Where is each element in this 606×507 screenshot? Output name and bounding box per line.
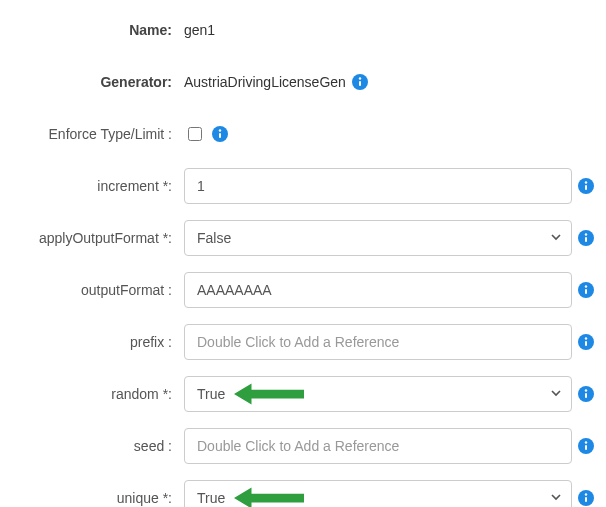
label-generator: Generator:	[12, 74, 184, 90]
label-random: random *:	[12, 386, 184, 402]
label-increment: increment *:	[12, 178, 184, 194]
info-icon[interactable]	[578, 178, 594, 194]
row-generator: Generator: AustriaDrivingLicenseGen	[12, 64, 594, 100]
info-icon[interactable]	[578, 334, 594, 350]
label-name: Name:	[12, 22, 184, 38]
row-prefix: prefix :	[12, 324, 594, 360]
label-prefix: prefix :	[12, 334, 184, 350]
label-enforce: Enforce Type/Limit :	[12, 126, 184, 142]
info-icon[interactable]	[578, 438, 594, 454]
info-icon[interactable]	[578, 282, 594, 298]
unique-select[interactable]: True	[184, 480, 572, 507]
info-icon[interactable]	[212, 126, 228, 142]
row-name: Name: gen1	[12, 12, 594, 48]
label-output-format: outputFormat :	[12, 282, 184, 298]
row-seed: seed :	[12, 428, 594, 464]
enforce-checkbox[interactable]	[188, 127, 202, 141]
row-output-format: outputFormat :	[12, 272, 594, 308]
seed-input[interactable]	[184, 428, 572, 464]
label-seed: seed :	[12, 438, 184, 454]
value-generator: AustriaDrivingLicenseGen	[184, 74, 346, 90]
info-icon[interactable]	[352, 74, 368, 90]
random-select[interactable]: True	[184, 376, 572, 412]
label-apply-output-format: applyOutputFormat *:	[12, 230, 184, 246]
apply-output-format-select[interactable]: False	[184, 220, 572, 256]
prefix-input[interactable]	[184, 324, 572, 360]
row-increment: increment *:	[12, 168, 594, 204]
info-icon[interactable]	[578, 386, 594, 402]
row-random: random *: True	[12, 376, 594, 412]
row-apply-output-format: applyOutputFormat *: False	[12, 220, 594, 256]
info-icon[interactable]	[578, 490, 594, 506]
value-name: gen1	[184, 22, 215, 38]
row-enforce: Enforce Type/Limit :	[12, 116, 594, 152]
increment-input[interactable]	[184, 168, 572, 204]
row-unique: unique *: True	[12, 480, 594, 507]
info-icon[interactable]	[578, 230, 594, 246]
label-unique: unique *:	[12, 490, 184, 506]
output-format-input[interactable]	[184, 272, 572, 308]
